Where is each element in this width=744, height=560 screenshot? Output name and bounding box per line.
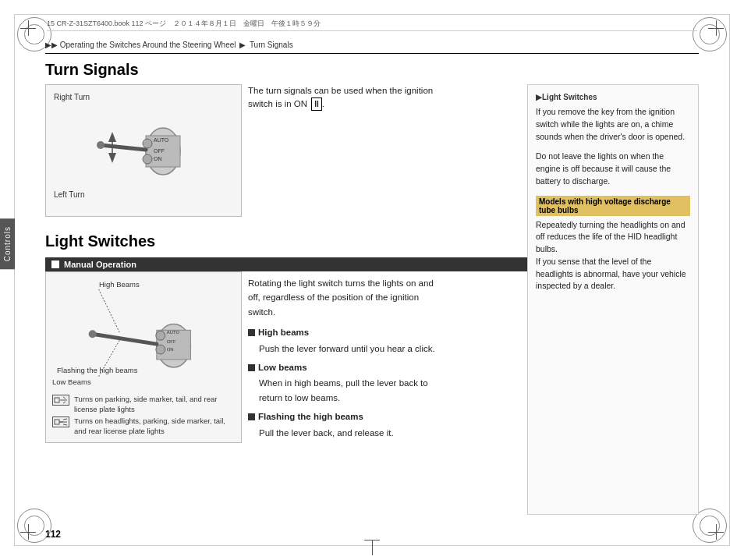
manual-op-icon — [51, 261, 59, 268]
lb-text: When in high beams, pull the lever back … — [259, 376, 447, 405]
svg-line-26 — [63, 397, 66, 399]
svg-line-2 — [101, 145, 146, 150]
icon-row-1: Turns on parking, side marker, tail, and… — [52, 395, 235, 414]
turn-signals-title: Turn Signals — [45, 61, 139, 79]
crosshair-br — [708, 524, 724, 540]
svg-text:AUTO: AUTO — [167, 330, 180, 335]
ls-intro: Rotating the light switch turns the ligh… — [248, 276, 447, 319]
svg-text:AUTO: AUTO — [154, 137, 169, 143]
flashing-label: Flashing the high beams — [57, 366, 138, 374]
fl-head: Flashing the high beams — [258, 409, 363, 424]
svg-point-5 — [143, 154, 152, 164]
light-switches-title: Light Switches — [45, 232, 155, 250]
on-badge: II — [311, 97, 322, 111]
sidebar-highlight: Models with high voltage discharge tube … — [536, 196, 690, 216]
light-switch-diagram: High Beams AUTO OFF ON Low Beams Flashin… — [45, 271, 242, 443]
svg-point-3 — [97, 141, 105, 149]
svg-line-27 — [63, 402, 66, 403]
hb-text: Push the lever forward until you hear a … — [259, 342, 447, 356]
turn-signals-diagram: Right Turn Left Turn AUTO OFF ON — [45, 84, 242, 217]
svg-marker-11 — [108, 153, 116, 163]
svg-rect-24 — [55, 398, 59, 402]
breadcrumb-part2: Turn Signals — [250, 41, 293, 49]
manual-op-label: Manual Operation — [64, 260, 136, 269]
svg-text:ON: ON — [154, 156, 162, 161]
svg-point-16 — [89, 330, 97, 338]
breadcrumb-arrow2: ▶ — [239, 41, 246, 49]
breadcrumb: ▶▶ Operating the Switches Around the Ste… — [45, 41, 293, 49]
crosshair-bl — [20, 524, 36, 540]
fl-text: Pull the lever back, and release it. — [259, 426, 447, 440]
svg-text:OFF: OFF — [167, 339, 176, 344]
svg-point-18 — [156, 345, 165, 354]
svg-rect-28 — [55, 420, 59, 424]
svg-line-22 — [99, 289, 120, 332]
crosshair-tr — [708, 20, 724, 36]
ts-text-content: The turn signals can be used when the ig… — [248, 86, 433, 108]
fl-bullet — [248, 413, 255, 420]
flashing-section: Flashing the high beams — [248, 409, 447, 424]
light-icon-2 — [52, 416, 69, 427]
icon-row-2: Turns on headlights, parking, side marke… — [52, 416, 235, 436]
sidebar-note3: Repeatedly turning the headlights on and… — [536, 219, 690, 293]
lb-bullet — [248, 364, 255, 371]
sidebar-note2: Do not leave the lights on when the engi… — [536, 151, 690, 187]
turn-signal-lever-svg: AUTO OFF ON — [85, 105, 210, 190]
main-rule — [45, 53, 699, 54]
sidebar-note1: If you remove the key from the ignition … — [536, 106, 690, 143]
svg-marker-9 — [108, 132, 116, 142]
controls-tab: Controls — [0, 218, 15, 269]
hb-head: High beams — [258, 325, 309, 339]
low-beams-label: Low Beams — [52, 377, 91, 386]
svg-text:OFF: OFF — [154, 148, 165, 154]
turn-signals-text: The turn signals can be used when the ig… — [248, 84, 459, 112]
crosshair-tl — [20, 20, 36, 36]
left-turn-label: Left Turn — [54, 190, 84, 199]
svg-line-30 — [63, 419, 67, 420]
breadcrumb-part1: Operating the Switches Around the Steeri… — [60, 41, 236, 49]
right-sidebar: ▶Light Switches If you remove the key fr… — [527, 84, 699, 515]
top-meta: 15 CR-Z-31SZT6400.book 112 ページ ２０１４年８月１日… — [47, 19, 697, 31]
sidebar-ls-note-title: ▶Light Switches — [536, 93, 690, 101]
breadcrumb-arrow1: ▶▶ — [45, 41, 58, 49]
right-turn-label: Right Turn — [54, 93, 90, 101]
ls-text-block: Rotating the light switch turns the ligh… — [248, 276, 447, 440]
low-beams-section: Low beams — [248, 360, 447, 374]
light-icon-1 — [52, 395, 69, 406]
svg-text:ON: ON — [167, 347, 174, 352]
high-beams-section: High beams — [248, 325, 447, 339]
hb-bullet — [248, 329, 255, 336]
lb-head: Low beams — [258, 360, 307, 374]
svg-line-15 — [93, 334, 157, 344]
svg-point-4 — [143, 139, 152, 148]
svg-point-17 — [156, 331, 165, 340]
svg-line-32 — [63, 424, 67, 425]
icon2-text: Turns on headlights, parking, side marke… — [74, 416, 235, 436]
meta-text: 15 CR-Z-31SZT6400.book 112 ページ ２０１４年８月１日… — [47, 19, 321, 29]
icon1-text: Turns on parking, side marker, tail, and… — [74, 395, 235, 414]
page-number: 112 — [45, 529, 61, 540]
